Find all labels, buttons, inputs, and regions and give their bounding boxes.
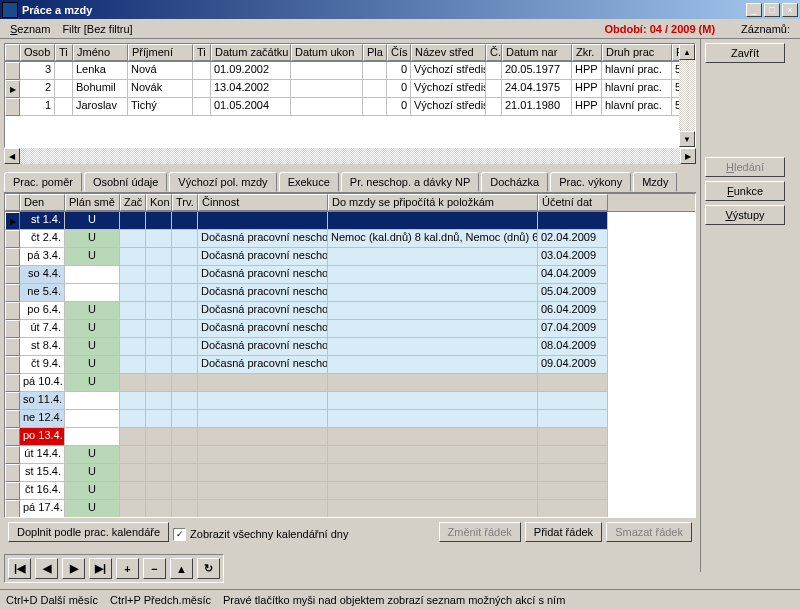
col-header[interactable]: Pla <box>363 44 387 61</box>
attendance-row[interactable]: pá 17.4.U <box>5 500 695 518</box>
tab-prac-vykony[interactable]: Prac. výkony <box>550 172 631 192</box>
attendance-row[interactable]: čt 16.4.U <box>5 482 695 500</box>
attendance-row[interactable]: so 11.4. <box>5 392 695 410</box>
attendance-row[interactable]: út 7.4.UDočasná pracovní neschop07.04.20… <box>5 320 695 338</box>
col-header[interactable]: Ti <box>55 44 73 61</box>
col-header[interactable]: Účetní dat <box>538 194 608 211</box>
close-button[interactable]: × <box>782 3 798 17</box>
scroll-down-icon[interactable]: ▼ <box>679 131 695 147</box>
employee-grid[interactable]: OsobTiJménoPříjmeníTiDatum začátkuDatum … <box>4 43 696 148</box>
nav-first-button[interactable]: |◀ <box>8 558 31 579</box>
nav-up-button[interactable]: ▲ <box>170 558 193 579</box>
nav-next-button[interactable]: ▶ <box>62 558 85 579</box>
scroll-right-icon[interactable]: ▶ <box>680 148 696 164</box>
status-next-month: Ctrl+D Další měsíc <box>6 594 98 606</box>
attendance-row[interactable]: út 14.4.U <box>5 446 695 464</box>
col-header[interactable]: Zkr. <box>572 44 602 61</box>
col-header[interactable]: Den <box>20 194 65 211</box>
col-header[interactable]: Plán smě <box>65 194 120 211</box>
nav-add-button[interactable]: + <box>116 558 139 579</box>
menu-filtr[interactable]: Filtr [Bez filtru] <box>56 21 138 37</box>
show-all-days-label: Zobrazit všechny kalendářní dny <box>190 528 348 540</box>
nav-prev-button[interactable]: ◀ <box>35 558 58 579</box>
attendance-row[interactable]: pá 3.4.UDočasná pracovní neschop03.04.20… <box>5 248 695 266</box>
employee-row[interactable]: 2BohumilNovák13.04.20020Výchozí středis2… <box>5 80 695 98</box>
scroll-left-icon[interactable]: ◀ <box>4 148 20 164</box>
col-header[interactable]: Datum ukon <box>291 44 363 61</box>
employee-row[interactable]: 3LenkaNová01.09.20020Výchozí středis20.0… <box>5 62 695 80</box>
attendance-row[interactable]: st 8.4.UDočasná pracovní neschop08.04.20… <box>5 338 695 356</box>
nav-remove-button[interactable]: − <box>143 558 166 579</box>
maximize-button[interactable]: □ <box>764 3 780 17</box>
col-header[interactable]: Činnost <box>198 194 328 211</box>
col-header[interactable]: Jméno <box>73 44 128 61</box>
statusbar: Ctrl+D Další měsíc Ctrl+P Předch.měsíc P… <box>0 589 800 609</box>
attendance-row[interactable]: po 6.4.UDočasná pracovní neschop06.04.20… <box>5 302 695 320</box>
status-prev-month: Ctrl+P Předch.měsíc <box>110 594 211 606</box>
col-header[interactable]: Datum začátku <box>211 44 291 61</box>
nav-last-button[interactable]: ▶| <box>89 558 112 579</box>
employee-row[interactable]: 1JaroslavTichý01.05.20040Výchozí středis… <box>5 98 695 116</box>
attendance-row[interactable]: ne 12.4. <box>5 410 695 428</box>
col-header[interactable]: Čís <box>387 44 411 61</box>
delete-row-button[interactable]: Smazat řádek <box>606 522 692 542</box>
col-header[interactable]: Kon <box>146 194 172 211</box>
col-header[interactable]: Příjmení <box>128 44 193 61</box>
scroll-up-icon[interactable]: ▲ <box>679 44 695 60</box>
tab-vychozi-mzdy[interactable]: Výchozí pol. mzdy <box>169 172 276 192</box>
menu-seznam[interactable]: Seznam <box>4 21 56 37</box>
close-panel-button[interactable]: Zavřít <box>705 43 785 63</box>
tabbar: Prac. poměr Osobní údaje Výchozí pol. mz… <box>4 172 696 193</box>
col-header[interactable]: Druh prac <box>602 44 672 61</box>
functions-button[interactable]: Funkce <box>705 181 785 201</box>
edit-row-button[interactable]: Změnit řádek <box>439 522 521 542</box>
attendance-row[interactable]: st 1.4.U <box>5 212 695 230</box>
window-title: Práce a mzdy <box>22 4 746 16</box>
col-header[interactable]: Trv. <box>172 194 198 211</box>
status-hint: Pravé tlačítko myši nad objektem zobrazí… <box>223 594 565 606</box>
minimize-button[interactable]: _ <box>746 3 762 17</box>
col-header[interactable]: Do mzdy se připočítá k položkám <box>328 194 538 211</box>
horizontal-scrollbar[interactable]: ◀ ▶ <box>4 148 696 164</box>
period-label: Období: 04 / 2009 (M) <box>604 23 735 35</box>
col-header[interactable]: Ti <box>193 44 211 61</box>
attendance-row[interactable]: ne 5.4.Dočasná pracovní neschop05.04.200… <box>5 284 695 302</box>
attendance-row[interactable]: čt 2.4.UDočasná pracovní neschopNemoc (k… <box>5 230 695 248</box>
titlebar: Práce a mzdy _ □ × <box>0 0 800 19</box>
tab-pr-neschop[interactable]: Pr. neschop. a dávky NP <box>341 172 479 192</box>
col-header[interactable]: Č. <box>486 44 502 61</box>
menubar: Seznam Filtr [Bez filtru] Období: 04 / 2… <box>0 19 800 39</box>
search-button[interactable]: Hledání <box>705 157 785 177</box>
attendance-row[interactable]: po 13.4. <box>5 428 695 446</box>
attendance-row[interactable]: pá 10.4.U <box>5 374 695 392</box>
attendance-row[interactable]: st 15.4.U <box>5 464 695 482</box>
app-icon <box>2 2 18 18</box>
col-header[interactable]: Zač <box>120 194 146 211</box>
show-all-days-checkbox[interactable]: ✓ <box>173 528 186 541</box>
col-header[interactable]: Název střed <box>411 44 486 61</box>
attendance-row[interactable]: čt 9.4.UDočasná pracovní neschop09.04.20… <box>5 356 695 374</box>
outputs-button[interactable]: Výstupy <box>705 205 785 225</box>
col-header[interactable]: Datum nar <box>502 44 572 61</box>
zaznamu-label: Záznamů: <box>735 21 796 37</box>
col-header[interactable]: Osob <box>20 44 55 61</box>
tab-mzdy[interactable]: Mzdy <box>633 172 677 192</box>
tab-osobni-udaje[interactable]: Osobní údaje <box>84 172 167 192</box>
tab-prac-pomer[interactable]: Prac. poměr <box>4 172 82 192</box>
tab-exekuce[interactable]: Exekuce <box>279 172 339 192</box>
attendance-grid[interactable]: DenPlán směZačKonTrv.ČinnostDo mzdy se p… <box>4 193 696 518</box>
nav-refresh-button[interactable]: ↻ <box>197 558 220 579</box>
tab-dochazka[interactable]: Docházka <box>481 172 548 192</box>
add-row-button[interactable]: Přidat řádek <box>525 522 602 542</box>
attendance-row[interactable]: so 4.4.Dočasná pracovní neschop04.04.200… <box>5 266 695 284</box>
fill-by-calendar-button[interactable]: Doplnit podle prac. kalendáře <box>8 522 169 542</box>
